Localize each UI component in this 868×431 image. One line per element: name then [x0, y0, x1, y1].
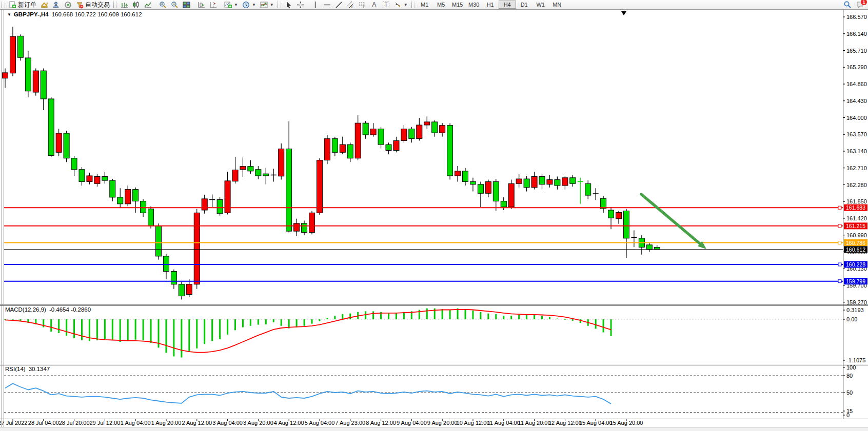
macd-histogram-bar: [372, 311, 374, 319]
macd-histogram-bar: [388, 313, 389, 319]
price-tick-label: 163.570: [846, 131, 867, 137]
date-label: 3 Aug 04:00: [212, 420, 243, 426]
macd-histogram-bar: [541, 316, 543, 319]
candle-body: [501, 201, 506, 207]
macd-histogram-bar: [188, 319, 190, 352]
candle-body: [117, 197, 123, 204]
date-label: 15 Aug 20:00: [610, 420, 643, 426]
rsi-axis-label: 80: [846, 373, 853, 379]
candle-body: [202, 199, 207, 210]
line-handle[interactable]: [838, 206, 841, 209]
candle-body: [417, 125, 422, 139]
price-tick-label: 164.860: [846, 81, 867, 87]
macd-histogram-bar: [518, 315, 520, 319]
symbol-period-label: GBPJPY-,H4: [14, 11, 49, 17]
candle-body: [263, 174, 269, 176]
macd-histogram-bar: [564, 319, 566, 320]
one-click-trading-arrow-icon[interactable]: ▼: [7, 12, 11, 17]
ohlc-values: 160.668 160.722 160.609 160.612: [52, 11, 142, 17]
candle-body: [248, 167, 253, 171]
macd-histogram-bar: [96, 319, 98, 340]
candle-body: [424, 122, 430, 125]
candle-body: [478, 184, 483, 194]
macd-histogram-bar: [572, 319, 574, 321]
candle-body: [516, 179, 522, 183]
date-label: 11 Aug 04:00: [487, 420, 520, 426]
date-label: 8 Aug 12:00: [366, 420, 396, 426]
macd-histogram-bar: [58, 319, 60, 333]
candle-body: [654, 248, 660, 250]
candle-body: [41, 71, 46, 99]
date-label: 15 Aug 04:00: [579, 420, 613, 426]
candle-body: [102, 177, 108, 181]
candle-body: [562, 178, 568, 186]
macd-histogram-bar: [449, 310, 451, 319]
candle-body: [64, 133, 69, 158]
candle-body: [508, 183, 514, 207]
macd-histogram-bar: [143, 319, 144, 340]
line-handle[interactable]: [838, 241, 841, 244]
candle-body: [531, 177, 537, 188]
candle-body: [378, 129, 384, 145]
date-label: 11 Aug 20:00: [518, 420, 551, 426]
date-label: 1 Aug 20:00: [151, 420, 182, 426]
candle-body: [125, 190, 131, 204]
line-handle[interactable]: [838, 224, 841, 228]
candle-body: [455, 171, 461, 176]
candle-body: [33, 71, 38, 92]
macd-histogram-bar: [487, 314, 489, 319]
price-tick-label: 159.270: [846, 299, 867, 305]
chart-canvas[interactable]: 166.570166.140165.710165.290164.860164.4…: [0, 0, 868, 431]
candle-body: [10, 36, 15, 73]
price-tag-label: 160.786: [846, 240, 865, 246]
macd-histogram-bar: [265, 319, 267, 324]
macd-histogram-bar: [603, 319, 604, 333]
macd-histogram-bar: [135, 319, 136, 340]
macd-histogram-bar: [557, 319, 558, 319]
line-handle[interactable]: [838, 263, 841, 266]
rsi-axis-label: 100: [846, 364, 856, 371]
date-axis[interactable]: 27 Jul 202228 Jul 04:0028 Jul 20:0029 Ju…: [0, 419, 643, 426]
candle-body: [547, 180, 553, 184]
macd-histogram-bar: [610, 319, 612, 336]
price-tag-label: 159.799: [846, 278, 865, 284]
macd-histogram-bar: [442, 309, 443, 319]
candle-body: [432, 122, 438, 133]
candle-body: [156, 225, 162, 256]
macd-histogram-bar: [396, 313, 397, 319]
macd-histogram-bar: [465, 309, 466, 319]
date-label: 3 Aug 20:00: [243, 420, 273, 426]
macd-histogram-bar: [112, 319, 113, 340]
macd-axis-label: -1.1075: [846, 357, 865, 363]
macd-histogram-bar: [73, 319, 75, 338]
macd-histogram-bar: [334, 316, 336, 319]
price-tick-label: 166.570: [846, 14, 867, 20]
macd-histogram-bar: [595, 319, 597, 329]
chart-title[interactable]: ▼GBPJPY-,H4160.668 160.722 160.609 160.6…: [7, 11, 142, 17]
macd-histogram-bar: [12, 319, 13, 320]
line-handle[interactable]: [838, 280, 841, 283]
macd-histogram-bar: [365, 311, 366, 319]
candle-body: [463, 171, 468, 182]
macd-histogram-bar: [120, 319, 121, 342]
candle-body: [294, 223, 300, 231]
date-label: 9 Aug 04:00: [397, 420, 427, 426]
date-label: 29 Jul 12:00: [89, 420, 120, 426]
candle-body: [25, 58, 31, 91]
macd-histogram-bar: [296, 319, 298, 327]
macd-histogram-bar: [104, 319, 106, 339]
candle-body: [485, 181, 491, 193]
date-label: 12 Aug 12:00: [548, 420, 582, 426]
candle-body: [194, 213, 200, 284]
macd-histogram-bar: [349, 314, 351, 319]
macd-histogram-bar: [273, 319, 274, 322]
macd-values: -0.4654 -0.2860: [49, 306, 91, 313]
macd-histogram-bar: [19, 319, 21, 321]
macd-histogram-bar: [165, 319, 167, 353]
price-tick-label: 161.420: [846, 215, 867, 221]
candle-body: [623, 211, 629, 238]
price-tag-label: 160.228: [846, 261, 865, 268]
candle-body: [555, 180, 560, 186]
macd-histogram-bar: [173, 319, 174, 356]
candle-body: [608, 210, 614, 218]
